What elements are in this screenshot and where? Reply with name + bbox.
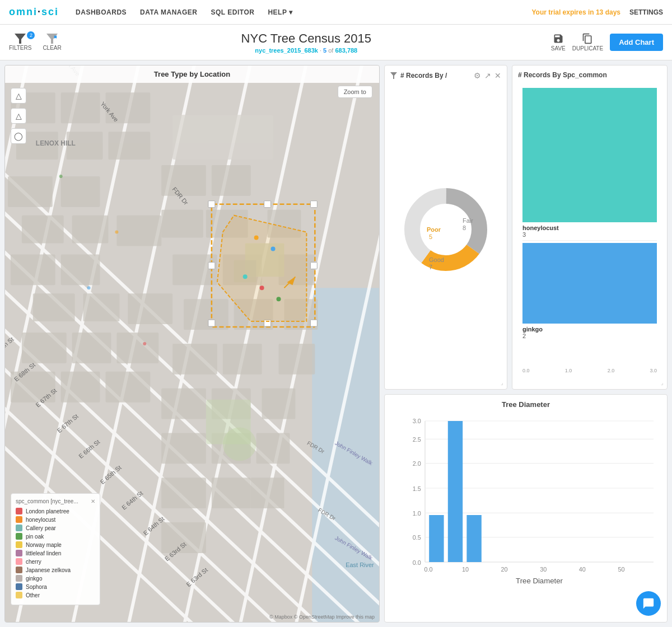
svg-point-108 bbox=[243, 274, 248, 279]
svg-text:7: 7 bbox=[429, 264, 432, 270]
svg-rect-42 bbox=[61, 372, 100, 403]
donut-panel-header: # Records By / ⚙ ↗ ✕ bbox=[390, 71, 501, 80]
nav-sql-editor[interactable]: SQL EDITOR bbox=[211, 1, 255, 24]
svg-text:East River: East River bbox=[346, 562, 374, 568]
svg-rect-30 bbox=[22, 216, 64, 244]
histogram-title: Tree Diameter bbox=[390, 400, 661, 409]
svg-text:1.5: 1.5 bbox=[413, 485, 421, 492]
svg-text:0.0: 0.0 bbox=[413, 559, 421, 566]
map-title: Tree Type by Location bbox=[5, 65, 379, 83]
bar-chart-panel: # Records By Spc_common honeylocust 3 bbox=[512, 65, 668, 390]
svg-text:Tree Diameter: Tree Diameter bbox=[516, 577, 563, 585]
legend-color-swatch bbox=[16, 541, 22, 548]
chat-button[interactable] bbox=[636, 591, 661, 616]
bar-x-axis: 0.0 1.0 2.0 3.0 bbox=[518, 368, 661, 373]
svg-text:40: 40 bbox=[579, 566, 586, 573]
donut-resize-handle[interactable]: ⌟ bbox=[501, 380, 503, 386]
svg-rect-79 bbox=[310, 320, 317, 326]
svg-text:Fair: Fair bbox=[463, 217, 473, 224]
svg-rect-68 bbox=[172, 115, 273, 160]
svg-rect-59 bbox=[212, 478, 251, 508]
donut-close-icon[interactable]: ✕ bbox=[494, 71, 501, 80]
toolbar-center: NYC Tree Census 2015 nyc_trees_2015_683k… bbox=[62, 31, 551, 54]
legend-color-swatch bbox=[16, 583, 22, 590]
add-chart-button[interactable]: Add Chart bbox=[610, 34, 663, 51]
nav-data-manager[interactable]: DATA MANAGER bbox=[140, 1, 197, 24]
svg-rect-46 bbox=[161, 210, 203, 238]
duplicate-icon bbox=[582, 33, 593, 44]
duplicate-button[interactable]: DUPLICATE bbox=[572, 33, 603, 52]
map-panel: Tree Type by Location bbox=[4, 65, 380, 623]
legend-item: Norway maple bbox=[16, 541, 95, 548]
bar-resize-handle[interactable]: ⌟ bbox=[661, 380, 664, 386]
filter-badge: 2 bbox=[27, 31, 35, 39]
svg-rect-32 bbox=[116, 216, 161, 246]
save-icon bbox=[553, 33, 564, 44]
nav-dashboards[interactable]: DASHBOARDS bbox=[76, 1, 127, 24]
clear-button[interactable]: CLEAR bbox=[43, 34, 61, 51]
svg-rect-54 bbox=[161, 389, 206, 419]
legend-close[interactable]: ✕ bbox=[91, 498, 95, 504]
svg-text:3.0: 3.0 bbox=[413, 418, 421, 424]
svg-point-110 bbox=[277, 297, 281, 301]
legend-item: Callery pear bbox=[16, 525, 95, 531]
donut-export-icon[interactable]: ↗ bbox=[484, 71, 491, 80]
legend-color-swatch bbox=[16, 567, 22, 573]
bar-chart-container: honeylocust 3 ginkgo 2 bbox=[518, 83, 661, 373]
svg-rect-65 bbox=[262, 389, 296, 419]
svg-rect-37 bbox=[128, 293, 172, 324]
toolbar-left: 2 FILTERS CLEAR bbox=[9, 34, 62, 51]
legend-item-label: Callery pear bbox=[26, 525, 56, 531]
dashboard-subtitle: nyc_trees_2015_683k · 5 of 683,788 bbox=[62, 47, 551, 54]
svg-text:8: 8 bbox=[463, 224, 466, 231]
save-button[interactable]: SAVE bbox=[551, 33, 566, 52]
polygon-tool[interactable]: △ bbox=[11, 88, 26, 104]
legend-color-swatch bbox=[16, 575, 22, 582]
bar-panel-header: # Records By Spc_common bbox=[518, 71, 661, 79]
histogram-panel: Tree Diameter 0.0 0 bbox=[384, 394, 668, 623]
histogram-container: 0.0 0.5 1.0 1.5 2.0 2.5 3.0 # Records 0.… bbox=[390, 414, 661, 602]
settings-link[interactable]: SETTINGS bbox=[629, 8, 663, 16]
nav-links: DASHBOARDS DATA MANAGER SQL EDITOR HELP … bbox=[76, 1, 531, 24]
filters-button[interactable]: 2 FILTERS bbox=[9, 34, 31, 51]
svg-rect-73 bbox=[264, 201, 271, 208]
top-right-panels: # Records By / ⚙ ↗ ✕ bbox=[384, 65, 668, 390]
donut-chart-container: Poor 5 Fair 8 Good 7 bbox=[390, 85, 501, 375]
svg-rect-43 bbox=[105, 372, 150, 403]
zoom-to-button[interactable]: Zoom to bbox=[338, 86, 372, 98]
svg-rect-66 bbox=[256, 433, 290, 464]
legend-items: London planetreehoneylocustCallery pearp… bbox=[16, 508, 95, 598]
nav-right: Your trial expires in 13 days SETTINGS bbox=[531, 8, 663, 16]
legend-item: Japanese zelkova bbox=[16, 567, 95, 573]
legend-item-label: Japanese zelkova bbox=[26, 567, 71, 573]
logo[interactable]: omni·sci bbox=[9, 6, 59, 18]
x-axis-0: 0.0 bbox=[522, 368, 530, 373]
svg-point-111 bbox=[59, 175, 63, 178]
donut-settings-icon[interactable]: ⚙ bbox=[474, 71, 481, 80]
svg-text:LENOX HILL: LENOX HILL bbox=[36, 139, 76, 147]
svg-rect-34 bbox=[61, 254, 100, 285]
svg-point-109 bbox=[260, 286, 264, 290]
legend-color-swatch bbox=[16, 508, 22, 514]
svg-rect-28 bbox=[8, 176, 53, 207]
lasso-tool[interactable]: △ bbox=[11, 108, 26, 124]
legend-item: London planetree bbox=[16, 508, 95, 514]
legend-item-label: pin oak bbox=[26, 534, 44, 540]
ginkgo-label: ginkgo bbox=[522, 326, 657, 333]
legend-item: littleleaf linden bbox=[16, 550, 95, 556]
svg-text:0.0: 0.0 bbox=[424, 566, 432, 573]
comment-tool[interactable]: ◯ bbox=[11, 128, 26, 144]
honeylocust-bar-svg bbox=[522, 88, 657, 222]
donut-chart-panel: # Records By / ⚙ ↗ ✕ bbox=[384, 65, 507, 390]
svg-rect-56 bbox=[161, 433, 206, 464]
svg-marker-0 bbox=[15, 34, 26, 44]
legend-item: honeylocust bbox=[16, 516, 95, 523]
svg-point-112 bbox=[115, 231, 118, 234]
svg-text:Poor: Poor bbox=[427, 226, 441, 233]
donut-panel-icons: ⚙ ↗ ✕ bbox=[474, 71, 501, 80]
legend-item: cherry bbox=[16, 558, 95, 565]
nav-help[interactable]: HELP ▾ bbox=[268, 1, 292, 24]
svg-rect-27 bbox=[108, 132, 150, 160]
clear-icon bbox=[46, 34, 58, 44]
legend-item-label: Other bbox=[26, 592, 40, 598]
